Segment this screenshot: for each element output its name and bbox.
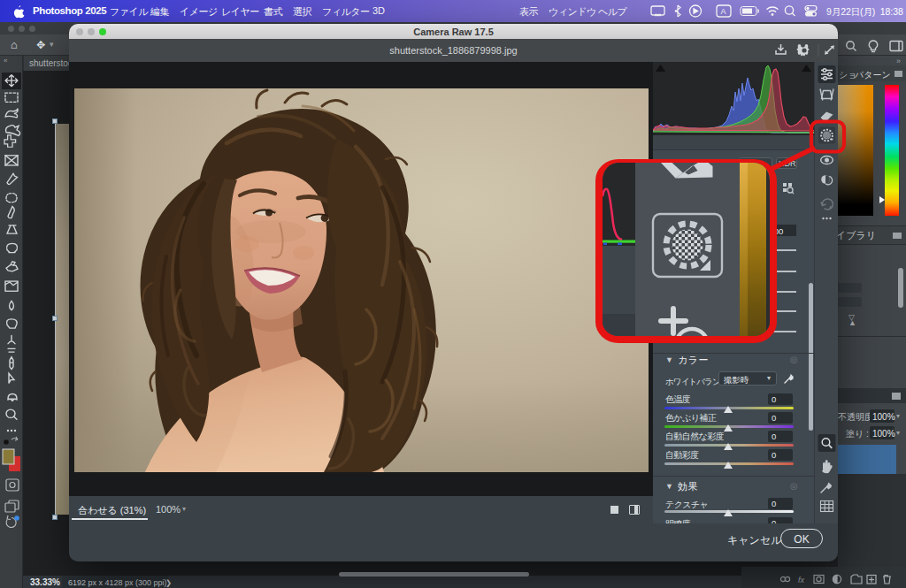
svg-text:A: A <box>721 7 726 16</box>
svg-text:fx: fx <box>798 576 805 584</box>
